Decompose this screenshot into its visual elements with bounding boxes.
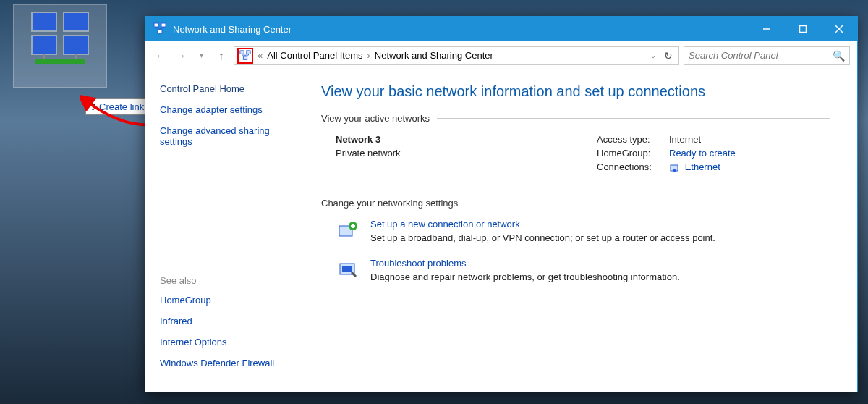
search-icon: 🔍	[833, 50, 845, 62]
see-also-homegroup[interactable]: HomeGroup	[160, 295, 294, 306]
shortcut-arrow-icon: ⤴	[92, 103, 96, 111]
divider	[465, 203, 830, 203]
setup-connection-desc: Set up a broadband, dial-up, or VPN conn…	[370, 232, 715, 243]
see-also-windows-defender-firewall[interactable]: Windows Defender Firewall	[160, 358, 294, 369]
svg-rect-20	[243, 56, 247, 59]
connections-label: Connections:	[597, 161, 669, 173]
window-title: Network and Sharing Center	[173, 24, 292, 35]
troubleshoot-link[interactable]: Troubleshoot problems	[370, 258, 680, 269]
maximize-button[interactable]	[785, 17, 821, 41]
svg-rect-2	[32, 35, 56, 54]
svg-rect-1	[64, 12, 88, 31]
sidebar-change-advanced-sharing[interactable]: Change advanced sharing settings	[160, 125, 294, 147]
breadcrumb-app-icon-highlighted[interactable]	[237, 48, 253, 64]
forward-button[interactable]: →	[173, 48, 189, 64]
up-button[interactable]: ↑	[213, 48, 229, 64]
breadcrumb-sep0: «	[258, 50, 263, 61]
breadcrumb-network-sharing[interactable]: Network and Sharing Center	[375, 50, 493, 61]
svg-rect-3	[64, 35, 88, 54]
address-bar: ← → ▾ ↑ « All Control Panel Items › Netw…	[145, 41, 857, 70]
setup-connection-icon	[336, 219, 360, 243]
svg-rect-15	[800, 26, 807, 33]
see-also-heading: See also	[160, 275, 294, 286]
svg-rect-30	[342, 266, 352, 272]
breadcrumb-sep1: ›	[367, 50, 370, 61]
refresh-button[interactable]: ↻	[661, 50, 676, 62]
svg-rect-4	[35, 59, 85, 64]
sidebar: Control Panel Home Change adapter settin…	[145, 70, 308, 392]
homegroup-link[interactable]: Ready to create	[669, 148, 736, 159]
active-networks-heading: View your active networks	[321, 113, 430, 124]
breadcrumb-all-cp-items[interactable]: All Control Panel Items	[267, 50, 362, 61]
search-input[interactable]: Search Control Panel 🔍	[684, 46, 850, 65]
svg-rect-0	[32, 12, 56, 31]
ethernet-link[interactable]: Ethernet	[685, 161, 720, 172]
network-sharing-center-icon	[239, 50, 251, 62]
see-also-internet-options[interactable]: Internet Options	[160, 337, 294, 348]
setup-connection-link[interactable]: Set up a new connection or network	[370, 219, 715, 230]
svg-rect-18	[240, 50, 244, 53]
access-type-value: Internet	[669, 134, 701, 145]
homegroup-label: HomeGroup:	[597, 148, 669, 159]
search-placeholder: Search Control Panel	[689, 50, 778, 61]
history-dropdown[interactable]: ▾	[193, 48, 209, 64]
control-panel-window: Network and Sharing Center ← → ▾ ↑ « All…	[145, 16, 858, 392]
troubleshoot-desc: Diagnose and repair network problems, or…	[370, 272, 680, 282]
troubleshoot-icon	[336, 258, 360, 282]
network-name: Network 3	[336, 134, 582, 145]
ethernet-icon	[669, 163, 679, 173]
see-also-infrared[interactable]: Infrared	[160, 316, 294, 327]
page-heading: View your basic network information and …	[321, 83, 830, 100]
svg-rect-7	[154, 23, 158, 27]
breadcrumb-bar[interactable]: « All Control Panel Items › Network and …	[234, 46, 679, 65]
network-monitors-icon	[27, 9, 93, 67]
svg-rect-26	[673, 169, 676, 172]
sidebar-change-adapter-settings[interactable]: Change adapter settings	[160, 104, 294, 115]
access-type-label: Access type:	[597, 134, 669, 145]
network-type: Private network	[336, 148, 582, 159]
sidebar-control-panel-home[interactable]: Control Panel Home	[160, 83, 294, 94]
minimize-button[interactable]	[749, 17, 785, 41]
back-button[interactable]: ←	[153, 48, 169, 64]
divider	[437, 118, 830, 119]
close-button[interactable]	[821, 17, 857, 41]
desktop-shortcut-network-sharing[interactable]	[13, 4, 107, 88]
change-settings-heading: Change your networking settings	[321, 198, 458, 209]
breadcrumb-dropdown[interactable]: ⌵	[651, 51, 655, 59]
svg-rect-9	[158, 30, 162, 33]
svg-rect-19	[247, 50, 250, 53]
main-panel: View your basic network information and …	[308, 70, 857, 392]
svg-rect-8	[161, 23, 166, 27]
titlebar[interactable]: Network and Sharing Center	[145, 17, 857, 41]
titlebar-app-icon	[153, 22, 167, 36]
